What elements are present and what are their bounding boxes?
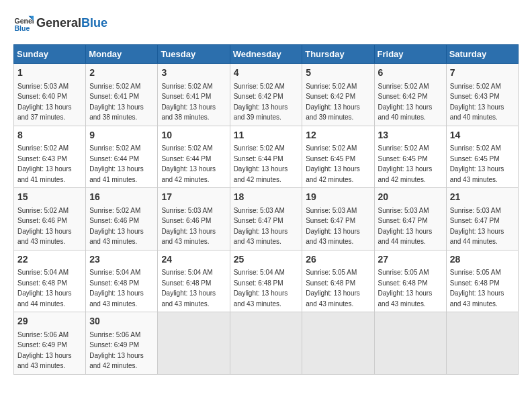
day-cell-10: 10 Sunrise: 5:02 AMSunset: 6:44 PMDaylig… — [158, 126, 230, 188]
day-number: 4 — [234, 66, 299, 80]
day-number: 21 — [450, 191, 515, 204]
day-info: Sunrise: 5:06 AMSunset: 6:49 PMDaylight:… — [89, 331, 144, 370]
day-cell-7: 7 Sunrise: 5:02 AMSunset: 6:43 PMDayligh… — [446, 64, 518, 126]
day-info: Sunrise: 5:03 AMSunset: 6:47 PMDaylight:… — [378, 207, 433, 246]
empty-cell — [302, 312, 374, 375]
empty-cell — [446, 312, 518, 375]
day-cell-5: 5 Sunrise: 5:02 AMSunset: 6:42 PMDayligh… — [302, 64, 374, 126]
day-cell-29: 29 Sunrise: 5:06 AMSunset: 6:49 PMDaylig… — [14, 312, 86, 375]
day-number: 11 — [234, 129, 299, 142]
day-cell-3: 3 Sunrise: 5:02 AMSunset: 6:41 PMDayligh… — [158, 64, 230, 126]
weekday-header-friday: Friday — [374, 45, 446, 64]
day-cell-12: 12 Sunrise: 5:02 AMSunset: 6:45 PMDaylig… — [302, 126, 374, 188]
day-number: 9 — [89, 129, 154, 142]
day-number: 22 — [17, 253, 82, 267]
svg-text:Blue: Blue — [15, 24, 30, 32]
day-cell-9: 9 Sunrise: 5:02 AMSunset: 6:44 PMDayligh… — [86, 126, 158, 188]
day-number: 7 — [450, 66, 515, 80]
day-info: Sunrise: 5:02 AMSunset: 6:42 PMDaylight:… — [306, 83, 360, 122]
day-cell-19: 19 Sunrise: 5:03 AMSunset: 6:47 PMDaylig… — [302, 188, 374, 250]
day-cell-30: 30 Sunrise: 5:06 AMSunset: 6:49 PMDaylig… — [86, 312, 158, 375]
day-info: Sunrise: 5:02 AMSunset: 6:42 PMDaylight:… — [378, 83, 433, 122]
logo-general-text: GeneralBlue — [36, 17, 107, 30]
header: General Blue GeneralBlue — [13, 13, 519, 34]
day-cell-8: 8 Sunrise: 5:02 AMSunset: 6:43 PMDayligh… — [14, 126, 86, 188]
day-cell-17: 17 Sunrise: 5:03 AMSunset: 6:46 PMDaylig… — [158, 188, 230, 250]
day-info: Sunrise: 5:04 AMSunset: 6:48 PMDaylight:… — [234, 269, 288, 308]
day-cell-28: 28 Sunrise: 5:05 AMSunset: 6:48 PMDaylig… — [446, 250, 518, 312]
day-info: Sunrise: 5:04 AMSunset: 6:48 PMDaylight:… — [89, 269, 144, 308]
day-number: 1 — [17, 66, 82, 80]
day-cell-23: 23 Sunrise: 5:04 AMSunset: 6:48 PMDaylig… — [86, 250, 158, 312]
day-number: 3 — [161, 66, 226, 80]
day-cell-14: 14 Sunrise: 5:02 AMSunset: 6:45 PMDaylig… — [446, 126, 518, 188]
weekday-header-thursday: Thursday — [302, 45, 374, 64]
logo-icon: General Blue — [13, 13, 34, 34]
day-number: 30 — [89, 315, 154, 328]
day-cell-25: 25 Sunrise: 5:04 AMSunset: 6:48 PMDaylig… — [230, 250, 302, 312]
day-cell-6: 6 Sunrise: 5:02 AMSunset: 6:42 PMDayligh… — [374, 64, 446, 126]
day-info: Sunrise: 5:02 AMSunset: 6:43 PMDaylight:… — [450, 83, 504, 122]
day-cell-16: 16 Sunrise: 5:02 AMSunset: 6:46 PMDaylig… — [86, 188, 158, 250]
day-info: Sunrise: 5:02 AMSunset: 6:41 PMDaylight:… — [161, 83, 216, 122]
day-number: 12 — [306, 129, 370, 142]
day-info: Sunrise: 5:03 AMSunset: 6:47 PMDaylight:… — [234, 207, 288, 246]
day-info: Sunrise: 5:02 AMSunset: 6:43 PMDaylight:… — [17, 144, 72, 183]
day-cell-20: 20 Sunrise: 5:03 AMSunset: 6:47 PMDaylig… — [374, 188, 446, 250]
day-info: Sunrise: 5:02 AMSunset: 6:42 PMDaylight:… — [234, 83, 288, 122]
weekday-header-sunday: Sunday — [14, 45, 86, 64]
day-number: 29 — [17, 315, 82, 328]
day-info: Sunrise: 5:02 AMSunset: 6:46 PMDaylight:… — [89, 207, 144, 246]
day-cell-1: 1 Sunrise: 5:03 AMSunset: 6:40 PMDayligh… — [14, 64, 86, 126]
day-number: 8 — [17, 129, 82, 142]
day-number: 27 — [378, 253, 443, 267]
day-info: Sunrise: 5:02 AMSunset: 6:41 PMDaylight:… — [89, 83, 144, 122]
day-number: 26 — [306, 253, 370, 267]
logo: General Blue GeneralBlue — [13, 13, 107, 34]
day-number: 25 — [234, 253, 299, 267]
day-number: 24 — [161, 253, 226, 267]
empty-cell — [158, 312, 230, 375]
weekday-header-saturday: Saturday — [446, 45, 518, 64]
day-cell-24: 24 Sunrise: 5:04 AMSunset: 6:48 PMDaylig… — [158, 250, 230, 312]
day-info: Sunrise: 5:03 AMSunset: 6:40 PMDaylight:… — [17, 83, 72, 122]
day-cell-4: 4 Sunrise: 5:02 AMSunset: 6:42 PMDayligh… — [230, 64, 302, 126]
day-info: Sunrise: 5:02 AMSunset: 6:44 PMDaylight:… — [89, 144, 144, 183]
day-number: 5 — [306, 66, 370, 80]
day-info: Sunrise: 5:02 AMSunset: 6:45 PMDaylight:… — [306, 144, 360, 183]
day-info: Sunrise: 5:05 AMSunset: 6:48 PMDaylight:… — [306, 269, 360, 308]
day-cell-13: 13 Sunrise: 5:02 AMSunset: 6:45 PMDaylig… — [374, 126, 446, 188]
day-info: Sunrise: 5:04 AMSunset: 6:48 PMDaylight:… — [17, 269, 72, 308]
day-cell-26: 26 Sunrise: 5:05 AMSunset: 6:48 PMDaylig… — [302, 250, 374, 312]
weekday-header-tuesday: Tuesday — [158, 45, 230, 64]
day-number: 15 — [17, 191, 82, 204]
day-info: Sunrise: 5:02 AMSunset: 6:44 PMDaylight:… — [161, 144, 216, 183]
day-number: 10 — [161, 129, 226, 142]
day-info: Sunrise: 5:05 AMSunset: 6:48 PMDaylight:… — [450, 269, 504, 308]
day-info: Sunrise: 5:02 AMSunset: 6:45 PMDaylight:… — [378, 144, 433, 183]
day-info: Sunrise: 5:05 AMSunset: 6:48 PMDaylight:… — [378, 269, 433, 308]
day-number: 13 — [378, 129, 443, 142]
day-cell-27: 27 Sunrise: 5:05 AMSunset: 6:48 PMDaylig… — [374, 250, 446, 312]
weekday-header-monday: Monday — [86, 45, 158, 64]
day-number: 28 — [450, 253, 515, 267]
day-info: Sunrise: 5:03 AMSunset: 6:46 PMDaylight:… — [161, 207, 216, 246]
day-info: Sunrise: 5:02 AMSunset: 6:46 PMDaylight:… — [17, 207, 72, 246]
day-number: 18 — [234, 191, 299, 204]
calendar: SundayMondayTuesdayWednesdayThursdayFrid… — [13, 44, 519, 375]
day-cell-11: 11 Sunrise: 5:02 AMSunset: 6:44 PMDaylig… — [230, 126, 302, 188]
day-number: 2 — [89, 66, 154, 80]
day-cell-2: 2 Sunrise: 5:02 AMSunset: 6:41 PMDayligh… — [86, 64, 158, 126]
day-cell-21: 21 Sunrise: 5:03 AMSunset: 6:47 PMDaylig… — [446, 188, 518, 250]
day-info: Sunrise: 5:02 AMSunset: 6:44 PMDaylight:… — [234, 144, 288, 183]
day-cell-18: 18 Sunrise: 5:03 AMSunset: 6:47 PMDaylig… — [230, 188, 302, 250]
empty-cell — [230, 312, 302, 375]
day-number: 17 — [161, 191, 226, 204]
day-number: 20 — [378, 191, 443, 204]
day-number: 16 — [89, 191, 154, 204]
day-info: Sunrise: 5:02 AMSunset: 6:45 PMDaylight:… — [450, 144, 504, 183]
day-info: Sunrise: 5:04 AMSunset: 6:48 PMDaylight:… — [161, 269, 216, 308]
day-number: 19 — [306, 191, 370, 204]
day-cell-22: 22 Sunrise: 5:04 AMSunset: 6:48 PMDaylig… — [14, 250, 86, 312]
weekday-header-wednesday: Wednesday — [230, 45, 302, 64]
